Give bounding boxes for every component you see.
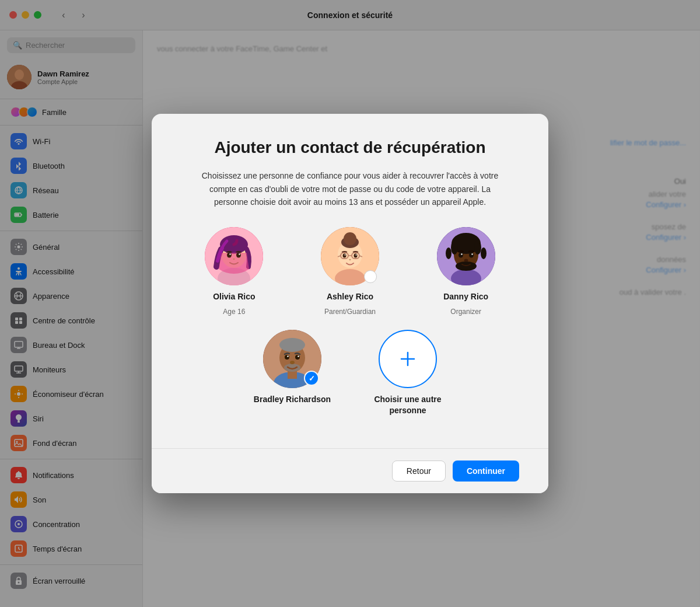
svg-point-45 — [355, 254, 356, 256]
svg-point-65 — [284, 364, 300, 372]
svg-point-51 — [474, 240, 481, 254]
contact-ashley-avatar-wrap — [321, 227, 379, 285]
contact-bradley-selected-badge: ✓ — [304, 371, 319, 386]
modal-overlay: Ajouter un contact de récupération Chois… — [0, 0, 700, 607]
svg-point-30 — [230, 254, 231, 255]
svg-point-59 — [464, 259, 468, 262]
contact-bradley-avatar-wrap: ✓ — [263, 330, 321, 388]
modal-footer: Retour Continuer — [152, 448, 548, 493]
svg-point-42 — [342, 254, 346, 258]
svg-point-28 — [227, 253, 232, 258]
contact-danny-role: Organizer — [450, 308, 481, 316]
svg-point-56 — [469, 253, 474, 258]
svg-point-64 — [279, 338, 305, 352]
contact-olivia-avatar — [205, 227, 263, 285]
modal-description: Choisissez une personne de confiance pou… — [198, 169, 502, 208]
svg-point-29 — [236, 253, 241, 258]
contact-olivia-avatar-wrap — [205, 227, 263, 285]
svg-point-36 — [344, 232, 356, 245]
svg-point-70 — [290, 361, 295, 364]
svg-point-57 — [461, 254, 462, 255]
main-window: ‹ › Connexion et sécurité 🔍 Rechercher — [0, 0, 700, 607]
svg-point-53 — [481, 247, 487, 259]
add-person-button[interactable]: Choisir une autre personne — [355, 330, 461, 415]
contact-danny[interactable]: Danny Rico Organizer — [412, 227, 519, 316]
contacts-grid: Olivia Rico Age 16 — [181, 227, 519, 316]
contact-bradley[interactable]: ✓ Bradley Richardson — [239, 330, 345, 415]
modal-body: Ajouter un contact de récupération Chois… — [152, 114, 548, 448]
svg-point-58 — [471, 254, 473, 255]
contact-ashley-name: Ashley Rico — [327, 291, 373, 302]
svg-point-43 — [354, 254, 357, 258]
contact-ashley-unselected — [364, 270, 377, 283]
add-person-label: Choisir une autre personne — [355, 394, 461, 415]
continuer-button[interactable]: Continuer — [453, 461, 519, 482]
contact-danny-avatar — [437, 227, 495, 285]
contact-olivia-name: Olivia Rico — [213, 291, 255, 302]
svg-point-44 — [344, 254, 345, 256]
contact-danny-name: Danny Rico — [443, 291, 488, 302]
svg-point-55 — [459, 253, 463, 258]
svg-point-67 — [295, 355, 300, 360]
contact-ashley[interactable]: Ashley Rico Parent/Guardian — [297, 227, 404, 316]
contact-ashley-role: Parent/Guardian — [324, 308, 376, 316]
svg-point-68 — [287, 356, 289, 358]
svg-point-69 — [298, 356, 299, 358]
svg-point-52 — [446, 247, 452, 259]
modal-dialog: Ajouter un contact de récupération Chois… — [152, 114, 548, 493]
contact-danny-avatar-wrap — [437, 227, 495, 285]
contact-olivia[interactable]: Olivia Rico Age 16 — [181, 227, 288, 316]
contact-bradley-name: Bradley Richardson — [254, 394, 331, 404]
svg-point-66 — [285, 355, 289, 360]
contact-olivia-role: Age 16 — [223, 308, 245, 316]
svg-point-31 — [239, 254, 240, 255]
retour-button[interactable]: Retour — [392, 461, 446, 482]
modal-title: Ajouter un contact de récupération — [181, 137, 519, 158]
add-person-avatar — [379, 330, 437, 388]
contacts-row-2: ✓ Bradley Richardson — [239, 330, 461, 415]
svg-point-50 — [451, 240, 458, 254]
add-person-avatar-wrap — [379, 330, 437, 388]
